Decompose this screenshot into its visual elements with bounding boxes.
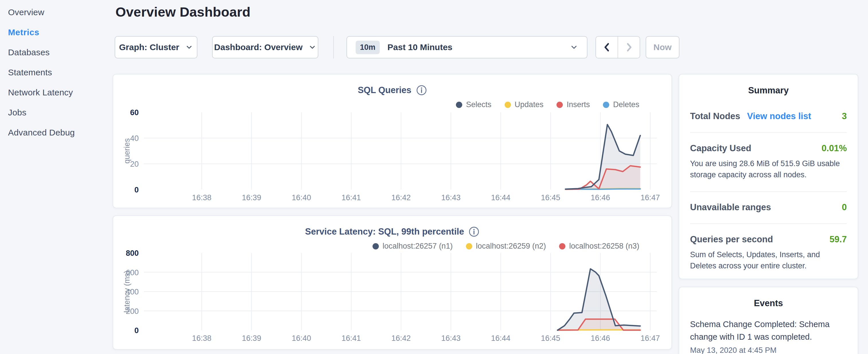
chart-title: Service Latency: SQL, 99th percentile bbox=[305, 227, 464, 237]
svg-text:16:41: 16:41 bbox=[342, 193, 361, 202]
summary-value: 3 bbox=[842, 111, 847, 122]
legend-label: Updates bbox=[515, 100, 544, 109]
legend-item: Inserts bbox=[557, 100, 590, 109]
view-nodes-list-link[interactable]: View nodes list bbox=[747, 111, 811, 122]
graph-scope-dropdown-label: Graph: Cluster bbox=[119, 42, 179, 52]
time-prev-button[interactable] bbox=[596, 37, 618, 58]
service-latency-chart-card: 16:3816:3916:4016:4116:4216:4316:4416:45… bbox=[113, 215, 672, 350]
summary-value: 0 bbox=[842, 202, 847, 213]
summary-row-unavailable-ranges: Unavailable ranges 0 bbox=[690, 192, 847, 224]
legend-item: Deletes bbox=[603, 100, 639, 109]
dashboard-dropdown-label: Dashboard: Overview bbox=[214, 42, 302, 52]
page-title: Overview Dashboard bbox=[116, 4, 250, 20]
legend-dot-icon bbox=[603, 102, 609, 108]
legend-dot-icon bbox=[373, 243, 379, 250]
legend-item: localhost:26258 (n3) bbox=[559, 242, 639, 251]
svg-text:16:39: 16:39 bbox=[242, 193, 261, 202]
controls-row: Graph: Cluster Dashboard: Overview 10m P… bbox=[115, 36, 679, 58]
legend-label: localhost:26257 (n1) bbox=[382, 242, 453, 251]
sql-queries-chart-card: 16:3816:3916:4016:4116:4216:4316:4416:45… bbox=[113, 74, 672, 208]
svg-text:16:42: 16:42 bbox=[392, 334, 411, 343]
legend-label: localhost:26258 (n3) bbox=[569, 242, 639, 251]
time-window-badge: 10m bbox=[355, 41, 380, 54]
legend-dot-icon bbox=[466, 243, 472, 250]
chart-title-row: Service Latency: SQL, 99th percentile bbox=[113, 226, 672, 237]
summary-row-capacity-used: Capacity Used 0.01% You are using 28.6 M… bbox=[690, 133, 847, 192]
sidebar-item-metrics[interactable]: Metrics bbox=[0, 22, 112, 42]
svg-text:16:45: 16:45 bbox=[541, 193, 560, 202]
svg-text:16:44: 16:44 bbox=[491, 193, 510, 202]
chart-legend: Selects Updates Inserts Deletes bbox=[456, 100, 639, 109]
chevron-right-icon bbox=[624, 41, 634, 53]
time-window-label: Past 10 Minutes bbox=[388, 42, 453, 52]
svg-text:0: 0 bbox=[134, 186, 139, 194]
sidebar-item-network-latency[interactable]: Network Latency bbox=[0, 83, 112, 102]
summary-value: 59.7 bbox=[830, 234, 847, 245]
svg-text:16:47: 16:47 bbox=[641, 193, 660, 202]
svg-text:latency (ms): latency (ms) bbox=[123, 270, 131, 313]
sidebar-item-statements[interactable]: Statements bbox=[0, 62, 112, 83]
legend-item: Selects bbox=[456, 100, 492, 109]
legend-label: Selects bbox=[466, 100, 492, 109]
time-next-button[interactable] bbox=[618, 37, 640, 58]
sidebar-item-advanced-debug[interactable]: Advanced Debug bbox=[0, 123, 112, 142]
svg-text:16:46: 16:46 bbox=[591, 334, 610, 343]
event-item-timestamp: May 13, 2020 at 4:45 PM bbox=[690, 346, 847, 354]
event-item-text: Schema Change Completed: Schema change w… bbox=[690, 318, 847, 343]
legend-dot-icon bbox=[456, 102, 462, 108]
svg-text:16:40: 16:40 bbox=[292, 193, 311, 202]
legend-dot-icon bbox=[557, 102, 563, 108]
summary-panel: Summary Total Nodes View nodes list 3 Ca… bbox=[679, 74, 858, 279]
info-icon[interactable] bbox=[468, 226, 479, 237]
info-icon[interactable] bbox=[416, 85, 427, 96]
svg-text:20: 20 bbox=[130, 160, 139, 168]
summary-row-total-nodes: Total Nodes View nodes list 3 bbox=[690, 96, 847, 133]
chevron-left-icon bbox=[602, 41, 612, 53]
time-step-group bbox=[595, 36, 640, 58]
chart-title-row: SQL Queries bbox=[113, 85, 672, 96]
summary-heading: Summary bbox=[690, 85, 847, 96]
svg-text:16:38: 16:38 bbox=[192, 334, 212, 343]
svg-text:16:38: 16:38 bbox=[192, 193, 212, 202]
sidebar-item-overview[interactable]: Overview bbox=[0, 2, 112, 22]
svg-text:16:43: 16:43 bbox=[441, 193, 461, 202]
svg-text:16:45: 16:45 bbox=[541, 334, 560, 343]
legend-label: localhost:26259 (n2) bbox=[476, 242, 546, 251]
summary-label: Queries per second bbox=[690, 234, 773, 245]
chart-title: SQL Queries bbox=[358, 85, 411, 95]
svg-text:16:40: 16:40 bbox=[292, 334, 311, 343]
legend-dot-icon bbox=[559, 243, 565, 250]
now-button[interactable]: Now bbox=[646, 36, 679, 58]
summary-label: Unavailable ranges bbox=[690, 202, 771, 213]
events-panel: Events Schema Change Completed: Schema c… bbox=[679, 287, 858, 354]
svg-text:16:42: 16:42 bbox=[392, 193, 411, 202]
summary-row-queries-per-second: Queries per second 59.7 Sum of Selects, … bbox=[690, 224, 847, 279]
legend-dot-icon bbox=[505, 102, 511, 108]
summary-description: Sum of Selects, Updates, Inserts, and De… bbox=[690, 249, 847, 271]
summary-value: 0.01% bbox=[822, 143, 847, 154]
svg-text:queries: queries bbox=[123, 138, 131, 164]
dashboard-dropdown[interactable]: Dashboard: Overview bbox=[212, 36, 318, 58]
svg-text:16:41: 16:41 bbox=[342, 334, 361, 343]
svg-text:16:47: 16:47 bbox=[641, 334, 660, 343]
svg-text:16:46: 16:46 bbox=[591, 193, 610, 202]
svg-text:16:44: 16:44 bbox=[491, 334, 510, 343]
summary-description: You are using 28.6 MiB of 515.9 GiB usab… bbox=[690, 158, 847, 181]
controls-divider bbox=[333, 36, 334, 58]
svg-text:800: 800 bbox=[126, 249, 139, 257]
events-heading: Events bbox=[690, 298, 847, 309]
sidebar-item-jobs[interactable]: Jobs bbox=[0, 102, 112, 123]
legend-item: localhost:26259 (n2) bbox=[466, 242, 546, 251]
chevron-down-icon bbox=[308, 43, 316, 51]
svg-text:0: 0 bbox=[134, 326, 139, 335]
time-window-dropdown[interactable]: 10m Past 10 Minutes bbox=[346, 36, 587, 58]
legend-item: Updates bbox=[505, 100, 544, 109]
sidebar-item-databases[interactable]: Databases bbox=[0, 42, 112, 62]
summary-label: Capacity Used bbox=[690, 143, 751, 154]
legend-label: Deletes bbox=[613, 100, 639, 109]
chevron-down-icon bbox=[570, 43, 578, 52]
svg-text:16:39: 16:39 bbox=[242, 334, 261, 343]
chart-legend: localhost:26257 (n1) localhost:26259 (n2… bbox=[373, 242, 639, 251]
graph-scope-dropdown[interactable]: Graph: Cluster bbox=[115, 36, 197, 58]
svg-text:40: 40 bbox=[130, 134, 139, 142]
